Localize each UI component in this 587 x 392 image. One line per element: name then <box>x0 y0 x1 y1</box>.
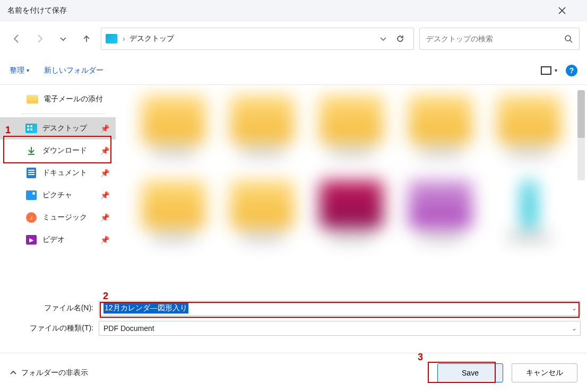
music-icon: ♪ <box>26 212 37 223</box>
sidebar-item-music[interactable]: ♪ ミュージック 📌 <box>0 206 116 229</box>
cancel-button[interactable]: キャンセル <box>512 363 577 382</box>
chevron-up-icon <box>10 369 17 377</box>
hide-folders-toggle[interactable]: フォルダーの非表示 <box>10 368 88 378</box>
breadcrumb-separator-icon: › <box>123 34 125 43</box>
breadcrumb-current[interactable]: デスクトップ <box>130 34 174 43</box>
picture-icon <box>26 190 37 200</box>
filetype-label: ファイルの種類(T): <box>6 324 99 333</box>
forward-button[interactable] <box>31 30 49 48</box>
dialog-title: 名前を付けて保存 <box>7 6 558 15</box>
form-area: ファイル名(N): 12月カレンダ―図形入り ⌄ ファイルの種類(T): PDF… <box>0 297 587 338</box>
folder-icon <box>27 95 38 103</box>
new-folder-button[interactable]: 新しいフォルダー <box>44 66 103 75</box>
divider <box>21 114 105 114</box>
document-icon <box>27 168 36 178</box>
sidebar-item-label: ダウンロード <box>42 146 87 155</box>
pin-icon: 📌 <box>100 191 109 199</box>
close-button[interactable] <box>558 7 580 14</box>
video-icon: ▶ <box>26 235 37 245</box>
help-button[interactable]: ? <box>566 65 577 76</box>
desktop-icon <box>25 124 37 133</box>
pin-icon: 📌 <box>100 169 109 177</box>
save-button[interactable]: Save <box>437 363 503 382</box>
sidebar-item-email-attach[interactable]: › 電子メールの添付 <box>0 88 116 110</box>
sidebar-item-label: ドキュメント <box>42 168 87 178</box>
download-icon <box>25 146 37 155</box>
sidebar-item-pictures[interactable]: ピクチャ 📌 <box>0 184 116 206</box>
chevron-down-icon: ▾ <box>555 67 557 73</box>
sidebar-item-label: ピクチャ <box>42 190 72 200</box>
sidebar-item-label: ミュージック <box>42 213 87 222</box>
sidebar-item-videos[interactable]: ▶ ビデオ 📌 <box>0 229 116 251</box>
filetype-field[interactable]: PDF Document ⌄ <box>99 321 581 336</box>
pin-icon: 📌 <box>100 236 109 244</box>
filename-dropdown-icon[interactable]: ⌄ <box>572 304 577 312</box>
content-scrollbar[interactable] <box>577 90 585 180</box>
back-button[interactable] <box>7 30 25 48</box>
view-mode-button[interactable]: ▾ <box>541 66 557 75</box>
organize-label: 整理 <box>10 66 24 75</box>
chevron-down-icon: ▾ <box>27 67 29 73</box>
search-box[interactable] <box>419 28 580 50</box>
hide-folders-label: フォルダーの非表示 <box>21 368 88 378</box>
up-button[interactable] <box>77 30 96 48</box>
sidebar-item-label: ビデオ <box>42 235 65 245</box>
filename-field[interactable]: 12月カレンダ―図形入り ⌄ <box>99 301 581 316</box>
sidebar-item-label: 電子メールの添付 <box>44 94 103 104</box>
sidebar-item-label: デスクトップ <box>42 124 87 133</box>
organize-menu[interactable]: 整理 ▾ <box>10 66 29 75</box>
addressbar-dropdown[interactable] <box>375 35 391 42</box>
sidebar-item-downloads[interactable]: ダウンロード 📌 <box>0 140 116 162</box>
search-icon[interactable] <box>564 34 573 43</box>
filename-value[interactable]: 12月カレンダ―図形入り <box>103 303 188 313</box>
search-input[interactable] <box>426 34 564 43</box>
pin-icon: 📌 <box>100 213 109 222</box>
desktop-icon <box>106 34 117 43</box>
svg-point-0 <box>565 36 571 41</box>
view-icon <box>541 66 551 75</box>
sidebar-item-documents[interactable]: ドキュメント 📌 <box>0 162 116 184</box>
filetype-dropdown-icon[interactable]: ⌄ <box>572 325 577 332</box>
sidebar-item-desktop[interactable]: デスクトップ 📌 <box>0 117 116 140</box>
pin-icon: 📌 <box>100 124 109 133</box>
filetype-value: PDF Document <box>103 324 154 333</box>
file-list-pane[interactable] <box>116 85 587 297</box>
refresh-button[interactable] <box>391 34 409 43</box>
filename-label: ファイル名(N): <box>6 303 99 313</box>
pin-icon: 📌 <box>100 146 109 155</box>
recent-dropdown[interactable] <box>54 30 72 48</box>
sidebar: › 電子メールの添付 デスクトップ 📌 ダウンロード 📌 ドキュメント 📌 ピク… <box>0 85 116 297</box>
address-bar[interactable]: › デスクトップ <box>101 28 414 50</box>
blurred-content <box>116 85 587 297</box>
